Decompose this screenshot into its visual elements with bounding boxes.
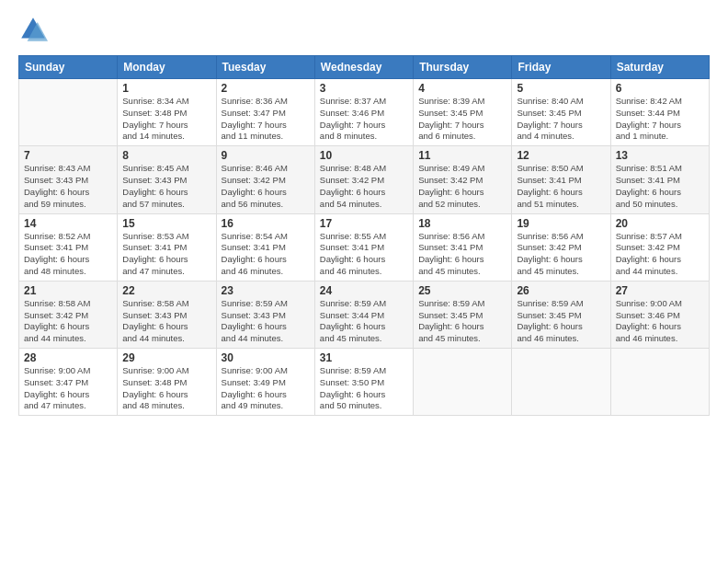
day-header: Tuesday bbox=[216, 56, 314, 79]
day-info: Sunrise: 8:56 AM Sunset: 3:42 PM Dayligh… bbox=[517, 231, 605, 278]
calendar-week-row: 14Sunrise: 8:52 AM Sunset: 3:41 PM Dayli… bbox=[19, 213, 710, 281]
logo-icon bbox=[18, 15, 48, 44]
day-info: Sunrise: 8:40 AM Sunset: 3:45 PM Dayligh… bbox=[517, 96, 605, 143]
day-header: Friday bbox=[512, 56, 610, 79]
day-number: 11 bbox=[418, 149, 506, 162]
calendar-week-row: 7Sunrise: 8:43 AM Sunset: 3:43 PM Daylig… bbox=[19, 146, 710, 213]
day-number: 28 bbox=[24, 351, 112, 364]
calendar-cell: 28Sunrise: 9:00 AM Sunset: 3:47 PM Dayli… bbox=[19, 349, 118, 416]
day-number: 22 bbox=[122, 284, 210, 297]
day-number: 31 bbox=[320, 351, 408, 364]
header bbox=[18, 15, 710, 44]
day-number: 25 bbox=[418, 284, 506, 297]
calendar-cell: 18Sunrise: 8:56 AM Sunset: 3:41 PM Dayli… bbox=[414, 213, 512, 281]
calendar-cell: 20Sunrise: 8:57 AM Sunset: 3:42 PM Dayli… bbox=[610, 213, 709, 281]
day-info: Sunrise: 8:43 AM Sunset: 3:43 PM Dayligh… bbox=[24, 163, 112, 210]
day-number: 21 bbox=[24, 284, 112, 297]
calendar-cell: 30Sunrise: 9:00 AM Sunset: 3:49 PM Dayli… bbox=[216, 349, 314, 416]
calendar-cell: 14Sunrise: 8:52 AM Sunset: 3:41 PM Dayli… bbox=[19, 213, 118, 281]
day-info: Sunrise: 8:39 AM Sunset: 3:45 PM Dayligh… bbox=[418, 96, 506, 143]
day-number: 14 bbox=[24, 217, 112, 230]
calendar-cell: 16Sunrise: 8:54 AM Sunset: 3:41 PM Dayli… bbox=[216, 213, 314, 281]
day-info: Sunrise: 8:52 AM Sunset: 3:41 PM Dayligh… bbox=[24, 231, 112, 278]
calendar-header-row: SundayMondayTuesdayWednesdayThursdayFrid… bbox=[19, 56, 710, 79]
day-info: Sunrise: 8:59 AM Sunset: 3:44 PM Dayligh… bbox=[320, 298, 408, 345]
calendar-cell: 23Sunrise: 8:59 AM Sunset: 3:43 PM Dayli… bbox=[216, 281, 314, 348]
day-header: Saturday bbox=[610, 56, 709, 79]
day-number: 20 bbox=[616, 217, 704, 230]
calendar-week-row: 28Sunrise: 9:00 AM Sunset: 3:47 PM Dayli… bbox=[19, 349, 710, 416]
day-info: Sunrise: 8:58 AM Sunset: 3:43 PM Dayligh… bbox=[122, 298, 210, 345]
day-info: Sunrise: 8:54 AM Sunset: 3:41 PM Dayligh… bbox=[222, 231, 310, 278]
day-info: Sunrise: 8:59 AM Sunset: 3:45 PM Dayligh… bbox=[517, 298, 605, 345]
day-header: Thursday bbox=[414, 56, 512, 79]
logo bbox=[18, 15, 51, 44]
day-info: Sunrise: 8:42 AM Sunset: 3:44 PM Dayligh… bbox=[616, 96, 704, 143]
page: SundayMondayTuesdayWednesdayThursdayFrid… bbox=[0, 0, 728, 563]
calendar-cell: 4Sunrise: 8:39 AM Sunset: 3:45 PM Daylig… bbox=[414, 79, 512, 146]
day-number: 9 bbox=[222, 149, 310, 162]
day-info: Sunrise: 8:37 AM Sunset: 3:46 PM Dayligh… bbox=[320, 96, 408, 143]
day-info: Sunrise: 9:00 AM Sunset: 3:46 PM Dayligh… bbox=[616, 298, 704, 345]
calendar-cell: 22Sunrise: 8:58 AM Sunset: 3:43 PM Dayli… bbox=[118, 281, 216, 348]
calendar-cell bbox=[19, 79, 118, 146]
day-info: Sunrise: 8:57 AM Sunset: 3:42 PM Dayligh… bbox=[616, 231, 704, 278]
day-info: Sunrise: 8:50 AM Sunset: 3:41 PM Dayligh… bbox=[517, 163, 605, 210]
calendar-cell: 24Sunrise: 8:59 AM Sunset: 3:44 PM Dayli… bbox=[314, 281, 413, 348]
calendar-cell: 21Sunrise: 8:58 AM Sunset: 3:42 PM Dayli… bbox=[19, 281, 118, 348]
day-info: Sunrise: 8:45 AM Sunset: 3:43 PM Dayligh… bbox=[122, 163, 210, 210]
day-info: Sunrise: 8:49 AM Sunset: 3:42 PM Dayligh… bbox=[418, 163, 506, 210]
day-header: Monday bbox=[118, 56, 216, 79]
day-info: Sunrise: 9:00 AM Sunset: 3:49 PM Dayligh… bbox=[222, 365, 310, 412]
day-info: Sunrise: 8:56 AM Sunset: 3:41 PM Dayligh… bbox=[418, 231, 506, 278]
day-header: Sunday bbox=[19, 56, 118, 79]
calendar-cell: 11Sunrise: 8:49 AM Sunset: 3:42 PM Dayli… bbox=[414, 146, 512, 213]
day-info: Sunrise: 8:36 AM Sunset: 3:47 PM Dayligh… bbox=[222, 96, 310, 143]
day-info: Sunrise: 8:55 AM Sunset: 3:41 PM Dayligh… bbox=[320, 231, 408, 278]
day-info: Sunrise: 8:58 AM Sunset: 3:42 PM Dayligh… bbox=[24, 298, 112, 345]
calendar-cell: 10Sunrise: 8:48 AM Sunset: 3:42 PM Dayli… bbox=[314, 146, 413, 213]
day-number: 13 bbox=[616, 149, 704, 162]
calendar-cell: 7Sunrise: 8:43 AM Sunset: 3:43 PM Daylig… bbox=[19, 146, 118, 213]
day-header: Wednesday bbox=[314, 56, 413, 79]
day-info: Sunrise: 9:00 AM Sunset: 3:47 PM Dayligh… bbox=[24, 365, 112, 412]
day-number: 1 bbox=[122, 82, 210, 95]
day-info: Sunrise: 8:34 AM Sunset: 3:48 PM Dayligh… bbox=[122, 96, 210, 143]
calendar-table: SundayMondayTuesdayWednesdayThursdayFrid… bbox=[18, 55, 710, 416]
calendar-cell: 31Sunrise: 8:59 AM Sunset: 3:50 PM Dayli… bbox=[314, 349, 413, 416]
calendar-cell bbox=[610, 349, 709, 416]
day-number: 3 bbox=[320, 82, 408, 95]
day-info: Sunrise: 8:46 AM Sunset: 3:42 PM Dayligh… bbox=[222, 163, 310, 210]
day-number: 23 bbox=[222, 284, 310, 297]
calendar-cell: 5Sunrise: 8:40 AM Sunset: 3:45 PM Daylig… bbox=[512, 79, 610, 146]
day-number: 17 bbox=[320, 217, 408, 230]
day-number: 16 bbox=[222, 217, 310, 230]
calendar-cell: 29Sunrise: 9:00 AM Sunset: 3:48 PM Dayli… bbox=[118, 349, 216, 416]
day-number: 12 bbox=[517, 149, 605, 162]
calendar-cell: 6Sunrise: 8:42 AM Sunset: 3:44 PM Daylig… bbox=[610, 79, 709, 146]
day-number: 27 bbox=[616, 284, 704, 297]
day-number: 26 bbox=[517, 284, 605, 297]
calendar-cell: 12Sunrise: 8:50 AM Sunset: 3:41 PM Dayli… bbox=[512, 146, 610, 213]
day-number: 6 bbox=[616, 82, 704, 95]
calendar-cell: 25Sunrise: 8:59 AM Sunset: 3:45 PM Dayli… bbox=[414, 281, 512, 348]
day-number: 4 bbox=[418, 82, 506, 95]
day-number: 19 bbox=[517, 217, 605, 230]
day-info: Sunrise: 8:48 AM Sunset: 3:42 PM Dayligh… bbox=[320, 163, 408, 210]
day-number: 8 bbox=[122, 149, 210, 162]
day-number: 7 bbox=[24, 149, 112, 162]
calendar-cell: 13Sunrise: 8:51 AM Sunset: 3:41 PM Dayli… bbox=[610, 146, 709, 213]
calendar-cell: 8Sunrise: 8:45 AM Sunset: 3:43 PM Daylig… bbox=[118, 146, 216, 213]
calendar-cell: 3Sunrise: 8:37 AM Sunset: 3:46 PM Daylig… bbox=[314, 79, 413, 146]
calendar-week-row: 21Sunrise: 8:58 AM Sunset: 3:42 PM Dayli… bbox=[19, 281, 710, 348]
calendar-cell: 15Sunrise: 8:53 AM Sunset: 3:41 PM Dayli… bbox=[118, 213, 216, 281]
day-number: 29 bbox=[122, 351, 210, 364]
day-number: 10 bbox=[320, 149, 408, 162]
day-info: Sunrise: 8:59 AM Sunset: 3:43 PM Dayligh… bbox=[222, 298, 310, 345]
day-number: 15 bbox=[122, 217, 210, 230]
calendar-cell: 2Sunrise: 8:36 AM Sunset: 3:47 PM Daylig… bbox=[216, 79, 314, 146]
calendar-cell bbox=[414, 349, 512, 416]
calendar-cell: 17Sunrise: 8:55 AM Sunset: 3:41 PM Dayli… bbox=[314, 213, 413, 281]
day-info: Sunrise: 9:00 AM Sunset: 3:48 PM Dayligh… bbox=[122, 365, 210, 412]
calendar-cell bbox=[512, 349, 610, 416]
